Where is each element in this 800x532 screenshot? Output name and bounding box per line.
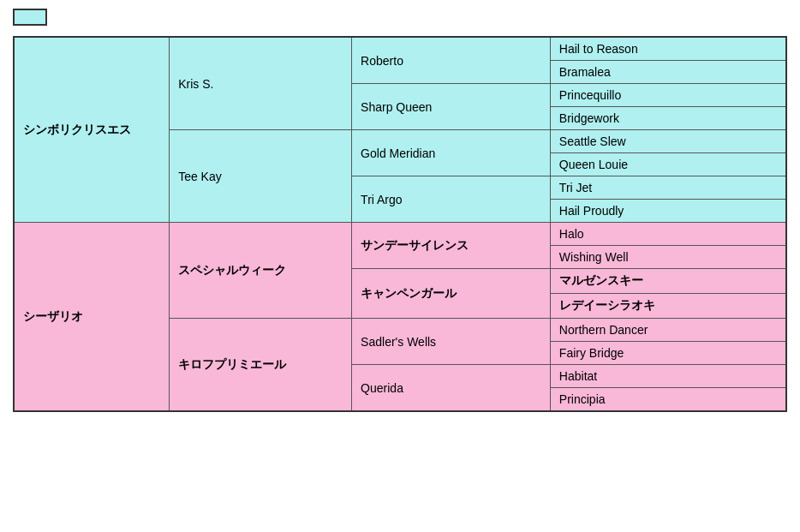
- page-header: [13, 9, 787, 26]
- gen4-row-6: Tri Jet: [550, 176, 786, 200]
- gen4-row-10: マルゼンスキー: [550, 269, 786, 294]
- gen4-row-13: Fairy Bridge: [550, 342, 786, 365]
- gen4-row-7: Hail Proudly: [550, 200, 786, 223]
- gen3-querida: Querida: [352, 365, 551, 412]
- gen1-cesario: シーザリオ: [14, 223, 170, 412]
- gen3-sharp-queen: Sharp Queen: [352, 84, 551, 130]
- title-box: [13, 9, 47, 26]
- gen2-kirov-premiere: キロフプリミエール: [170, 319, 352, 412]
- pedigree-table: シンボリクリスエスKris S.RobertoHail to ReasonBra…: [13, 36, 787, 412]
- gen4-row-0: Hail to Reason: [550, 37, 786, 61]
- gen3-sadlers-wells: Sadler's Wells: [352, 319, 551, 365]
- gen3-gold-meridian: Gold Meridian: [352, 130, 551, 176]
- gen2-special-week: スペシャルウィーク: [170, 223, 352, 319]
- gen1-symbolicrisses: シンボリクリスエス: [14, 37, 170, 223]
- gen4-row-12: Northern Dancer: [550, 319, 786, 342]
- gen2-tee-kay: Tee Kay: [170, 130, 352, 223]
- gen4-row-5: Queen Louie: [550, 153, 786, 176]
- gen3-campaign-girl: キャンペンガール: [352, 269, 551, 319]
- gen4-row-3: Bridgework: [550, 107, 786, 130]
- gen2-kris-s: Kris S.: [170, 37, 352, 130]
- gen4-row-14: Habitat: [550, 365, 786, 388]
- gen3-tri-argo: Tri Argo: [352, 176, 551, 223]
- gen4-row-8: Halo: [550, 223, 786, 246]
- gen3-sunday-silence: サンデーサイレンス: [352, 223, 551, 269]
- gen4-row-2: Princequillo: [550, 84, 786, 107]
- gen4-row-4: Seattle Slew: [550, 130, 786, 153]
- gen4-row-15: Principia: [550, 388, 786, 412]
- gen4-row-11: レデイーシラオキ: [550, 294, 786, 319]
- gen4-row-9: Wishing Well: [550, 246, 786, 269]
- gen4-row-1: Bramalea: [550, 61, 786, 84]
- gen3-roberto: Roberto: [352, 37, 551, 84]
